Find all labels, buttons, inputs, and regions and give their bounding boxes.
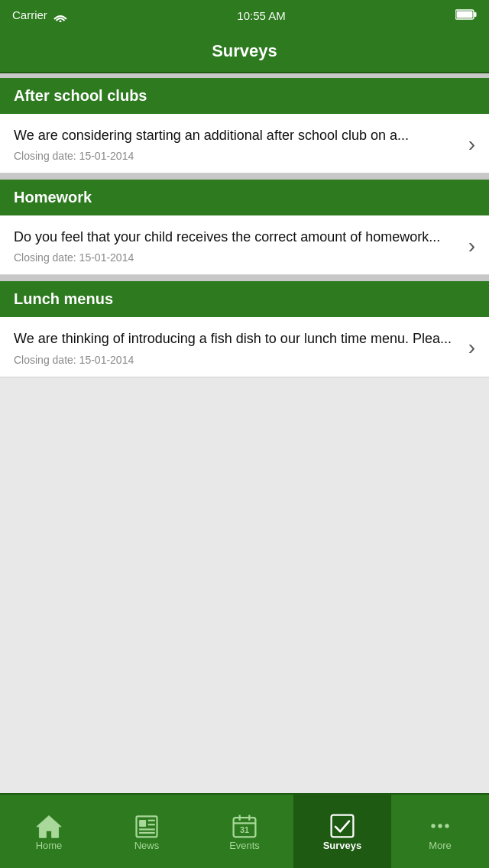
survey-item-content: Do you feel that your child receives the…: [14, 228, 468, 264]
section-lunch-menus-header: Lunch menus: [0, 281, 489, 317]
carrier-text: Carrier: [12, 8, 67, 21]
survey-item-date: Closing date: 15-01-2014: [14, 150, 459, 162]
more-icon: [426, 812, 454, 840]
tab-news[interactable]: News: [98, 795, 196, 868]
section-lunch-menus-title: Lunch menus: [14, 290, 113, 307]
surveys-icon: [329, 812, 356, 840]
svg-rect-2: [474, 12, 477, 17]
svg-text:31: 31: [240, 825, 249, 834]
survey-item-text: Do you feel that your child receives the…: [14, 228, 459, 247]
survey-item-date: Closing date: 15-01-2014: [14, 251, 459, 264]
svg-point-18: [438, 824, 442, 828]
section-gap-2: [0, 275, 489, 281]
survey-item-content: We are considering starting an additiona…: [14, 126, 468, 162]
news-icon: [133, 812, 160, 840]
svg-rect-5: [137, 816, 157, 837]
section-homework-title: Homework: [14, 189, 92, 206]
survey-item-text: We are considering starting an additiona…: [14, 126, 459, 145]
events-icon: 31: [231, 812, 258, 840]
battery-indicator: [455, 9, 477, 22]
tab-surveys-label: Surveys: [323, 840, 362, 851]
section-homework-header: Homework: [0, 180, 489, 215]
chevron-right-icon: ›: [468, 134, 475, 155]
page-title: Surveys: [212, 41, 277, 61]
tab-home[interactable]: Home: [0, 795, 98, 868]
chevron-right-icon: ›: [468, 337, 475, 358]
survey-item-content: We are thinking of introducing a fish di…: [14, 329, 468, 365]
svg-rect-16: [332, 815, 354, 837]
svg-point-19: [445, 824, 449, 828]
tab-more[interactable]: More: [391, 795, 489, 868]
svg-point-17: [431, 824, 435, 828]
survey-item-lunch-menus[interactable]: We are thinking of introducing a fish di…: [0, 317, 489, 377]
tab-bar: Home News 31 Events Surveys: [0, 793, 489, 868]
page-header: Surveys: [0, 31, 489, 73]
tab-more-label: More: [429, 840, 452, 851]
survey-item-date: Closing date: 15-01-2014: [14, 354, 459, 366]
svg-rect-6: [139, 819, 146, 826]
section-after-school-clubs-header: After school clubs: [0, 78, 489, 114]
tab-news-label: News: [134, 840, 160, 851]
status-bar: Carrier 10:55 AM: [0, 0, 489, 31]
time-display: 10:55 AM: [237, 9, 285, 22]
chevron-right-icon: ›: [468, 235, 475, 257]
section-after-school-clubs-title: After school clubs: [14, 87, 147, 104]
tab-home-label: Home: [36, 840, 63, 851]
section-gap-1: [0, 173, 489, 180]
content-area: After school clubs We are considering st…: [0, 78, 489, 793]
survey-item-homework[interactable]: Do you feel that your child receives the…: [0, 215, 489, 275]
tab-events-label: Events: [229, 840, 260, 851]
survey-item-text: We are thinking of introducing a fish di…: [14, 329, 459, 348]
svg-point-0: [60, 20, 62, 22]
tab-surveys[interactable]: Surveys: [293, 795, 391, 868]
survey-item-after-school-clubs[interactable]: We are considering starting an additiona…: [0, 114, 489, 173]
home-icon: [35, 812, 63, 840]
svg-marker-4: [37, 815, 61, 837]
tab-events[interactable]: 31 Events: [196, 795, 293, 868]
svg-rect-3: [457, 11, 473, 18]
